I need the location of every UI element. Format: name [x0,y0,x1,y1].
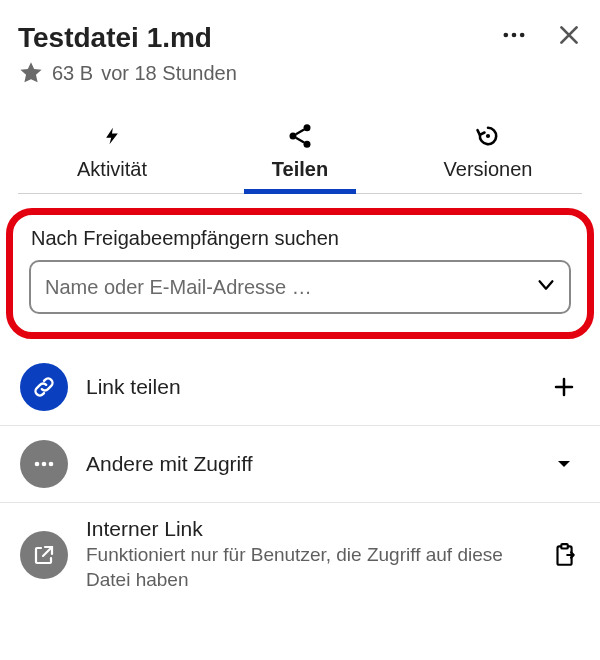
others-access-label: Andere mit Zugriff [86,452,530,476]
tab-share[interactable]: Teilen [206,114,394,193]
internal-link-subtitle: Funktioniert nur für Benutzer, die Zugri… [86,543,530,592]
tab-versions[interactable]: Versionen [394,114,582,193]
svg-point-3 [290,133,297,140]
search-recipients-label: Nach Freigabeempfängern suchen [31,227,571,250]
history-icon [394,120,582,152]
svg-point-5 [304,141,311,148]
share-link-row[interactable]: Link teilen [0,349,600,426]
file-age: vor 18 Stunden [101,62,237,85]
file-size: 63 B [52,62,93,85]
favorite-star-icon[interactable] [18,60,44,86]
share-link-label: Link teilen [86,375,530,399]
svg-point-9 [49,462,54,467]
svg-point-6 [486,134,490,138]
internal-link-title: Interner Link [86,517,530,541]
more-dots-icon [20,440,68,488]
svg-point-4 [304,124,311,131]
more-actions-icon[interactable] [500,21,528,49]
external-link-icon [20,531,68,579]
svg-rect-11 [561,544,568,548]
svg-point-7 [35,462,40,467]
caret-down-icon[interactable] [548,455,580,473]
share-icon [206,120,394,152]
lightning-icon [18,120,206,152]
tab-activity-label: Aktivität [18,158,206,181]
svg-point-8 [42,462,47,467]
internal-link-row[interactable]: Interner Link Funktioniert nur für Benut… [0,503,600,606]
file-title: Testdatei 1.md [18,22,212,54]
chevron-down-icon[interactable] [535,274,557,300]
copy-clipboard-icon[interactable] [548,542,580,568]
close-icon[interactable] [556,22,582,48]
others-access-row[interactable]: Andere mit Zugriff [0,426,600,503]
add-share-link-icon[interactable] [548,375,580,399]
link-icon [20,363,68,411]
tab-share-label: Teilen [206,158,394,181]
svg-point-0 [504,33,509,38]
share-recipient-input[interactable] [29,260,571,314]
tab-versions-label: Versionen [394,158,582,181]
tab-activity[interactable]: Aktivität [18,114,206,193]
svg-point-1 [512,33,517,38]
file-meta: 63 B vor 18 Stunden [18,60,582,86]
svg-point-2 [520,33,525,38]
search-highlight: Nach Freigabeempfängern suchen [6,208,594,339]
